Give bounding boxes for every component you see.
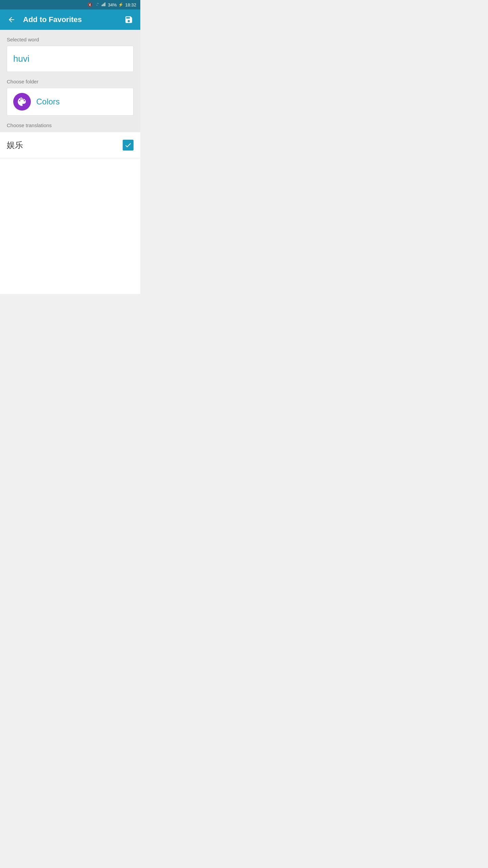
selected-word-input[interactable] bbox=[7, 46, 134, 72]
app-bar-title: Add to Favorites bbox=[23, 15, 82, 24]
folder-icon-circle bbox=[13, 93, 31, 111]
svg-rect-1 bbox=[103, 4, 104, 6]
translations-list: 娱乐 bbox=[0, 132, 140, 158]
battery-icon: ⚡ bbox=[118, 2, 123, 7]
status-bar: 🔇 34% ⚡ 18:32 bbox=[0, 0, 140, 9]
content-area: Selected word Choose folder Colors Choos… bbox=[0, 30, 140, 132]
mute-icon: 🔇 bbox=[87, 2, 93, 7]
time-text: 18:32 bbox=[125, 2, 136, 7]
wifi-icon bbox=[94, 2, 100, 8]
status-icons: 🔇 34% ⚡ 18:32 bbox=[87, 2, 136, 8]
selected-word-label: Selected word bbox=[7, 37, 134, 42]
bottom-area bbox=[0, 158, 140, 294]
folder-name-text: Colors bbox=[36, 97, 60, 106]
svg-rect-3 bbox=[105, 2, 105, 6]
battery-text: 34% bbox=[108, 2, 117, 7]
save-button[interactable] bbox=[123, 14, 135, 26]
choose-folder-label: Choose folder bbox=[7, 79, 134, 84]
svg-rect-2 bbox=[104, 3, 104, 6]
folder-select-button[interactable]: Colors bbox=[7, 88, 134, 116]
choose-translations-label: Choose translations bbox=[7, 122, 134, 132]
translation-checkbox[interactable] bbox=[123, 140, 134, 151]
translation-text: 娱乐 bbox=[7, 140, 23, 151]
app-bar: Add to Favorites bbox=[0, 9, 140, 30]
signal-icon bbox=[101, 2, 106, 8]
back-button[interactable] bbox=[5, 14, 18, 26]
translation-item[interactable]: 娱乐 bbox=[0, 132, 140, 158]
svg-rect-0 bbox=[102, 5, 103, 6]
